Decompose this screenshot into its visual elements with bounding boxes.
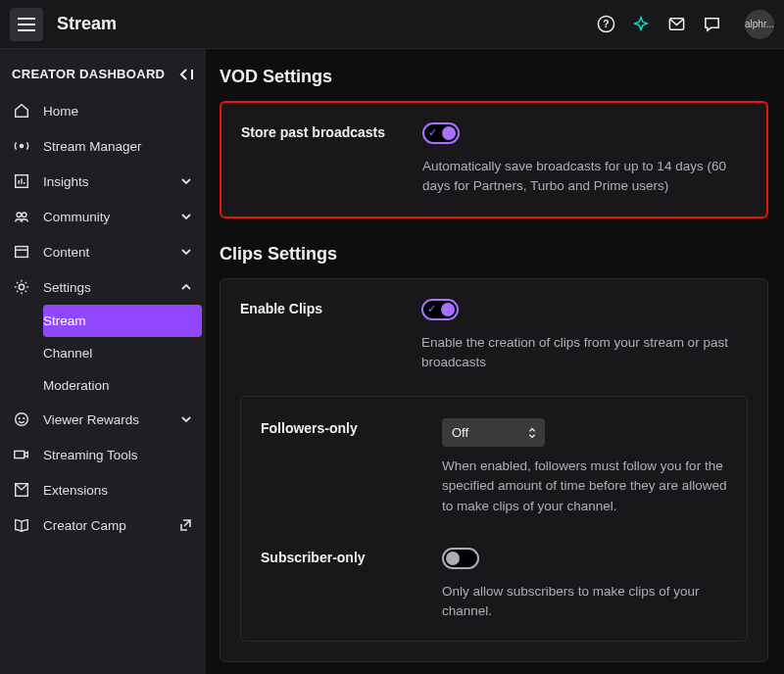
store-past-broadcasts-desc: Automatically save broadcasts for up to … [422,157,747,197]
sidebar-item-home[interactable]: Home [4,93,202,128]
camera-icon [12,446,31,463]
vod-card: Store past broadcasts ✓ Automatically sa… [220,101,768,218]
main-content: VOD Settings Store past broadcasts ✓ Aut… [206,49,784,674]
vod-heading: VOD Settings [220,67,768,87]
sidebar-item-extensions[interactable]: Extensions [4,472,202,507]
svg-text:?: ? [603,19,609,29]
extensions-icon [12,481,31,499]
followers-only-desc: When enabled, followers must follow you … [442,457,727,516]
sidebar-item-stream[interactable]: Stream [43,305,202,337]
enable-clips-desc: Enable the creation of clips from your s… [421,333,748,373]
sidebar-item-label: Community [43,210,110,224]
sidebar-item-label: Extensions [43,483,108,498]
chevron-down-icon [180,246,192,258]
chevron-down-icon [180,211,192,222]
home-icon [12,102,31,120]
content-icon [12,243,31,261]
inbox-icon[interactable] [666,15,686,34]
svg-rect-12 [15,451,24,457]
avatar[interactable]: alphr... [745,10,774,39]
sidebar-item-streaming-tools[interactable]: Streaming Tools [4,437,202,472]
whispers-icon[interactable] [702,15,721,34]
svg-point-8 [19,284,24,289]
enable-clips-label: Enable Clips [240,299,412,373]
sidebar-item-label: Creator Camp [43,518,126,533]
clips-heading: Clips Settings [220,244,768,265]
followers-only-select[interactable]: Off [442,418,545,447]
sidebar: CREATOR DASHBOARD Home Stream Manager In… [0,49,206,674]
book-icon [12,516,31,534]
gear-icon [12,278,31,296]
chevron-down-icon [180,413,192,425]
sidebar-item-label: Channel [43,346,92,361]
sidebar-item-label: Moderation [43,378,110,393]
chart-icon [12,172,31,190]
page-title: Stream [57,14,117,34]
subscriber-only-label: Subscriber-only [261,548,432,622]
followers-only-label: Followers-only [261,418,432,516]
hamburger-icon [18,18,35,31]
svg-point-3 [20,144,24,149]
sidebar-item-insights[interactable]: Insights [4,164,202,199]
external-link-icon [178,518,192,532]
enable-clips-toggle[interactable]: ✓ [421,299,459,320]
sidebar-item-viewer-rewards[interactable]: Viewer Rewards [4,402,202,437]
menu-button[interactable] [10,8,43,41]
sidebar-item-label: Stream Manager [43,139,142,154]
collapse-icon[interactable] [176,68,194,81]
svg-point-10 [19,417,21,419]
svg-point-11 [23,417,24,419]
svg-point-9 [16,413,28,426]
sidebar-item-settings[interactable]: Settings [4,269,202,305]
chevron-up-icon [180,281,192,293]
svg-point-6 [22,213,26,217]
sidebar-item-label: Streaming Tools [43,448,138,462]
sidebar-item-label: Settings [43,280,91,295]
select-value: Off [452,425,468,440]
sidebar-header-label: CREATOR DASHBOARD [12,67,165,81]
sidebar-item-stream-manager[interactable]: Stream Manager [4,128,202,164]
sidebar-header: CREATOR DASHBOARD [4,63,202,93]
sidebar-item-moderation[interactable]: Moderation [43,369,202,402]
sidebar-item-label: Content [43,245,89,260]
sidebar-item-community[interactable]: Community [4,199,202,234]
subscriber-only-toggle[interactable] [442,548,479,569]
topbar: Stream ? alphr... [0,0,784,49]
sidebar-item-label: Stream [43,313,86,328]
sidebar-item-creator-camp[interactable]: Creator Camp [4,507,202,543]
clips-card: Enable Clips ✓ Enable the creation of cl… [220,278,768,663]
subscriber-only-desc: Only allow subscribers to make clips of … [442,582,727,622]
sidebar-item-label: Viewer Rewards [43,412,139,427]
chevron-down-icon [180,175,192,187]
svg-rect-7 [16,247,28,258]
sidebar-item-label: Insights [43,174,89,189]
community-icon [12,208,31,225]
sidebar-item-content[interactable]: Content [4,234,202,269]
sidebar-item-channel[interactable]: Channel [43,337,202,369]
rewards-icon [12,410,31,428]
sidebar-item-label: Home [43,104,78,119]
clips-subcard: Followers-only Off When enabled, followe… [240,396,748,642]
sparkle-icon[interactable] [631,15,651,34]
store-past-broadcasts-toggle[interactable]: ✓ [422,122,460,144]
broadcast-icon [12,137,31,155]
store-past-broadcasts-label: Store past broadcasts [241,122,413,197]
select-chevron-icon [527,426,537,440]
svg-point-5 [17,213,22,217]
help-icon[interactable]: ? [596,15,615,34]
